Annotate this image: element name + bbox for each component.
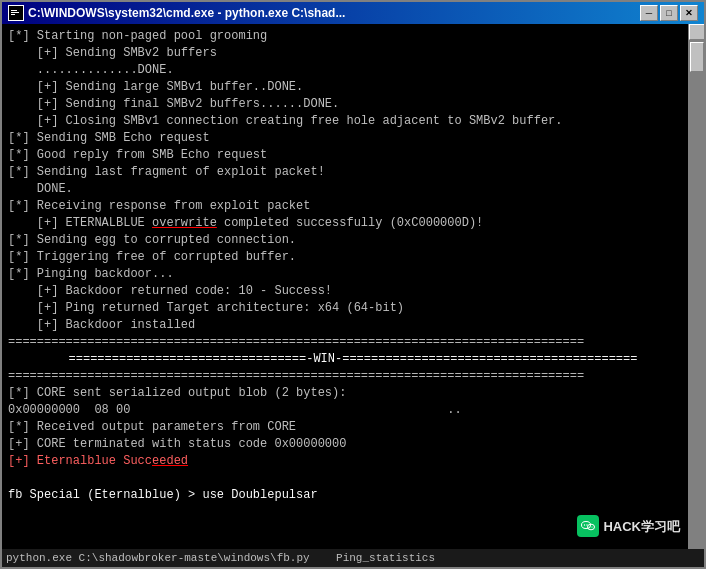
line-16: [+] Backdoor returned code: 10 - Success… xyxy=(8,283,698,300)
watermark-text: HACK学习吧 xyxy=(603,518,680,535)
maximize-button[interactable]: □ xyxy=(660,5,678,21)
line-10: DONE. xyxy=(8,181,698,198)
line-2: [+] Sending SMBv2 buffers xyxy=(8,45,698,62)
line-18: [+] Backdoor installed xyxy=(8,317,698,334)
cmd-icon xyxy=(8,5,24,21)
line-6: [+] Closing SMBv1 connection creating fr… xyxy=(8,113,698,130)
line-15: [*] Pinging backdoor... xyxy=(8,266,698,283)
line-3: ..............DONE. xyxy=(8,62,698,79)
svg-rect-1 xyxy=(11,10,17,11)
line-4: [+] Sending large SMBv1 buffer..DONE. xyxy=(8,79,698,96)
line-23: [+] Eternalblue Succeeded xyxy=(8,453,698,470)
bottom-text: python.exe C:\shadowbroker-maste\windows… xyxy=(2,552,435,564)
line-22: [+] CORE terminated with status code 0x0… xyxy=(8,436,698,453)
title-buttons: ─ □ ✕ xyxy=(640,5,698,21)
line-1: [*] Starting non-paged pool grooming xyxy=(8,28,698,45)
terminal-body[interactable]: [*] Starting non-paged pool grooming [+]… xyxy=(2,24,704,567)
svg-point-8 xyxy=(590,526,591,527)
scroll-up-button[interactable]: ▲ xyxy=(689,24,704,40)
win-line: =================================-WIN-==… xyxy=(8,351,698,368)
wechat-icon xyxy=(577,515,599,537)
line-25: fb Special (Eternalblue) > use Doublepul… xyxy=(8,487,698,504)
title-bar-left: C:\WINDOWS\system32\cmd.exe - python.exe… xyxy=(8,5,345,21)
line-11: [*] Receiving response from exploit pack… xyxy=(8,198,698,215)
svg-rect-3 xyxy=(11,14,15,15)
scrollbar[interactable]: ▲ ▼ xyxy=(688,24,704,567)
scrollbar-track xyxy=(689,40,704,551)
line-21: [*] Received output parameters from CORE xyxy=(8,419,698,436)
line-8: [*] Good reply from SMB Echo request xyxy=(8,147,698,164)
close-button[interactable]: ✕ xyxy=(680,5,698,21)
line-20: 0x00000000 08 00 .. xyxy=(8,402,698,419)
window-title: C:\WINDOWS\system32\cmd.exe - python.exe… xyxy=(28,6,345,20)
minimize-button[interactable]: ─ xyxy=(640,5,658,21)
line-13: [*] Sending egg to corrupted connection. xyxy=(8,232,698,249)
cmd-window: C:\WINDOWS\system32\cmd.exe - python.exe… xyxy=(0,0,706,569)
line-7: [*] Sending SMB Echo request xyxy=(8,130,698,147)
line-17: [+] Ping returned Target architecture: x… xyxy=(8,300,698,317)
separator-2: ========================================… xyxy=(8,368,698,385)
line-24 xyxy=(8,470,698,487)
svg-point-5 xyxy=(584,524,585,525)
line-14: [*] Triggering free of corrupted buffer. xyxy=(8,249,698,266)
line-5: [+] Sending final SMBv2 buffers......DON… xyxy=(8,96,698,113)
scrollbar-thumb[interactable] xyxy=(690,42,704,72)
svg-point-9 xyxy=(592,526,593,527)
separator-1: ========================================… xyxy=(8,334,698,351)
line-19: [*] CORE sent serialized output blob (2 … xyxy=(8,385,698,402)
line-9: [*] Sending last fragment of exploit pac… xyxy=(8,164,698,181)
title-bar: C:\WINDOWS\system32\cmd.exe - python.exe… xyxy=(2,2,704,24)
bottom-status-bar: python.exe C:\shadowbroker-maste\windows… xyxy=(2,549,704,567)
watermark: HACK学习吧 xyxy=(577,515,680,537)
svg-rect-2 xyxy=(11,12,19,13)
line-12: [+] ETERNALBLUE overwrite completed succ… xyxy=(8,215,698,232)
